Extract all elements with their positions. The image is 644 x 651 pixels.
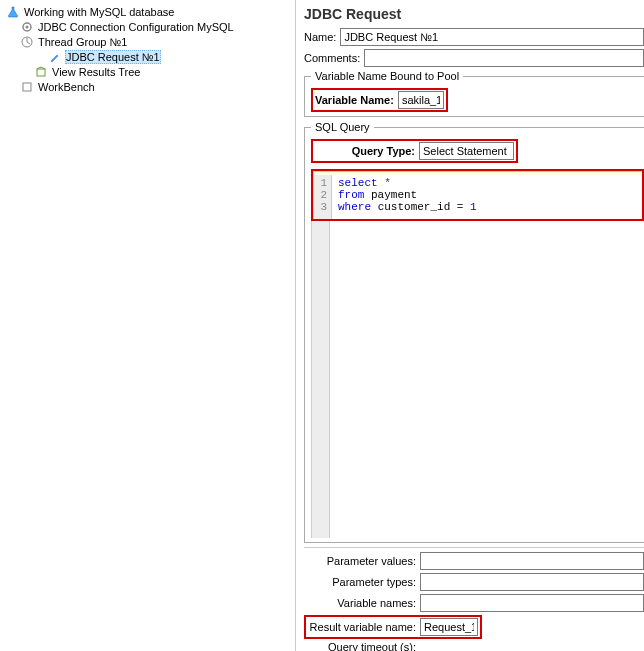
- varname-label: Variable Name:: [315, 94, 398, 106]
- param-values-label: Parameter values:: [304, 555, 420, 567]
- tree-item-label: JDBC Request №1: [65, 50, 161, 64]
- querytype-select[interactable]: [419, 142, 514, 160]
- main-panel: JDBC Request Name: Comments: Variable Na…: [296, 0, 644, 651]
- code-body-rest[interactable]: [311, 221, 644, 538]
- tree-item-label: JDBC Connection Configuration MySQL: [37, 21, 235, 33]
- comments-input[interactable]: [364, 49, 644, 67]
- tree-item-label: View Results Tree: [51, 66, 141, 78]
- pool-fieldset: Variable Name Bound to Pool Variable Nam…: [304, 70, 644, 117]
- var-names-label: Variable names:: [304, 597, 420, 609]
- tree-item-jdbc-request[interactable]: JDBC Request №1: [4, 49, 295, 64]
- comments-label: Comments:: [304, 52, 364, 64]
- param-types-input[interactable]: [420, 573, 644, 591]
- tree-item-label: WorkBench: [37, 81, 96, 93]
- highlight-querytype: Query Type:: [311, 139, 518, 163]
- workbench-icon: [20, 80, 34, 94]
- line-number: 1: [314, 177, 327, 189]
- flask-icon: [6, 5, 20, 19]
- result-var-input[interactable]: [420, 618, 478, 636]
- line-number: 3: [314, 201, 327, 213]
- gear-icon: [20, 20, 34, 34]
- token: *: [384, 177, 391, 189]
- code-gutter: [312, 221, 330, 538]
- param-types-row: Parameter types:: [304, 573, 644, 591]
- highlight-code: 1 2 3 select * from payment where custom…: [311, 169, 644, 221]
- highlight-result-var: Result variable name:: [304, 615, 482, 639]
- code-area: 1 2 3 select * from payment where custom…: [311, 169, 644, 538]
- name-label: Name:: [304, 31, 340, 43]
- tree-item-label: Working with MySQL database: [23, 6, 175, 18]
- panel-title: JDBC Request: [304, 6, 644, 22]
- tree-item-view-results[interactable]: View Results Tree: [4, 64, 295, 79]
- result-var-label: Result variable name:: [308, 621, 420, 633]
- query-timeout-label: Query timeout (s):: [304, 642, 420, 651]
- tree-item-workbench[interactable]: WorkBench: [4, 79, 295, 94]
- query-timeout-row: Query timeout (s):: [304, 642, 644, 651]
- bottom-form: Parameter values: Parameter types: Varia…: [304, 547, 644, 651]
- tree-item-thread-group[interactable]: Thread Group №1: [4, 34, 295, 49]
- svg-rect-3: [37, 69, 45, 76]
- name-input[interactable]: [340, 28, 644, 46]
- querytype-label: Query Type:: [315, 145, 419, 157]
- identifier: payment: [371, 189, 417, 201]
- param-values-row: Parameter values:: [304, 552, 644, 570]
- keyword: where: [338, 201, 371, 213]
- tree-item-jdbc-config[interactable]: JDBC Connection Configuration MySQL: [4, 19, 295, 34]
- varname-input[interactable]: [398, 91, 444, 109]
- var-names-input[interactable]: [420, 594, 644, 612]
- identifier: customer_id: [378, 201, 451, 213]
- code-gutter: 1 2 3: [314, 175, 332, 219]
- tree-panel: Working with MySQL database JDBC Connect…: [0, 0, 296, 651]
- param-values-input[interactable]: [420, 552, 644, 570]
- name-row: Name:: [304, 28, 644, 46]
- keyword: select: [338, 177, 378, 189]
- number: 1: [470, 201, 477, 213]
- highlight-varname: Variable Name:: [311, 88, 448, 112]
- param-types-label: Parameter types:: [304, 576, 420, 588]
- tree-root[interactable]: Working with MySQL database: [4, 4, 295, 19]
- keyword: from: [338, 189, 364, 201]
- line-number: 2: [314, 189, 327, 201]
- results-icon: [34, 65, 48, 79]
- code-editor[interactable]: select * from payment where customer_id …: [332, 175, 477, 219]
- var-names-row: Variable names:: [304, 594, 644, 612]
- tree-item-label: Thread Group №1: [37, 36, 128, 48]
- dropper-icon: [48, 50, 62, 64]
- pool-legend: Variable Name Bound to Pool: [311, 70, 463, 82]
- sql-fieldset: SQL Query Query Type: 1 2 3 select *: [304, 121, 644, 543]
- svg-rect-4: [23, 83, 31, 91]
- operator: =: [457, 201, 464, 213]
- result-var-row: Result variable name:: [304, 615, 644, 639]
- comments-row: Comments:: [304, 49, 644, 67]
- sql-legend: SQL Query: [311, 121, 374, 133]
- svg-point-1: [26, 25, 29, 28]
- thread-icon: [20, 35, 34, 49]
